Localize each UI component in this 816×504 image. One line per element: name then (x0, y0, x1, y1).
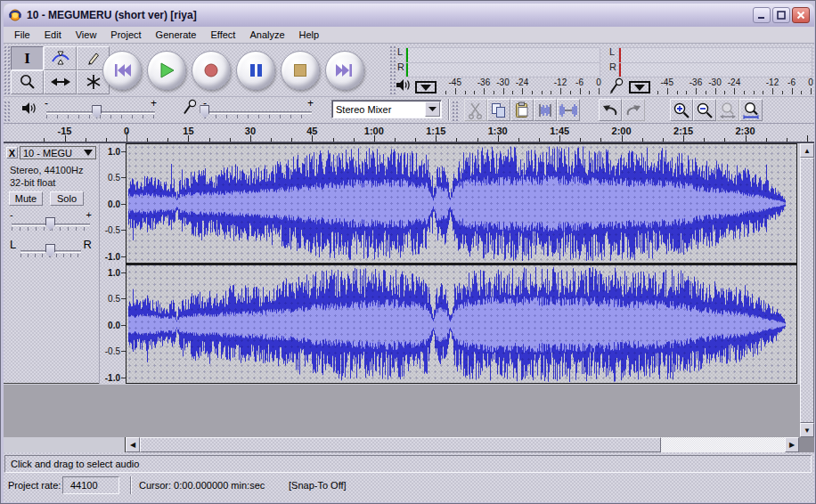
menu-generate[interactable]: Generate (149, 28, 204, 41)
redo-button[interactable] (622, 99, 645, 121)
output-meter-scale-label: -6 (575, 77, 583, 87)
record-button[interactable] (192, 51, 231, 90)
waveform-view[interactable] (126, 143, 797, 384)
trim-outside-selection-button[interactable] (534, 99, 557, 121)
track-menu-arrow-icon (84, 150, 93, 156)
vertical-scrollbar[interactable]: ▲ ▼ (800, 143, 814, 437)
cut-button[interactable] (464, 99, 487, 121)
paste-button[interactable] (510, 99, 534, 121)
control-toolbar-grip[interactable] (4, 46, 10, 94)
input-meter-scale: -45-36-30-24-12-60 (656, 77, 812, 96)
track-gain-slider[interactable]: - + (10, 211, 92, 234)
input-meter-dropdown[interactable] (629, 81, 650, 93)
input-meter-scale-label: -45 (661, 77, 673, 87)
track-format-line2: 32-bit float (10, 177, 55, 188)
track-title: 10 - MEGU (23, 148, 72, 159)
horizontal-scrollbar[interactable]: ◀ ▶ (4, 437, 814, 452)
project-rate-label: Project rate: (8, 480, 61, 491)
scroll-left-button[interactable]: ◀ (126, 437, 140, 452)
zoom-in-icon (673, 102, 690, 119)
scroll-down-button[interactable]: ▼ (800, 423, 814, 437)
input-meter-scale-label: -36 (690, 77, 702, 87)
snap-to-status: [Snap-To Off] (289, 480, 347, 491)
zoom-in-button[interactable] (670, 99, 693, 121)
stop-button[interactable] (281, 51, 320, 90)
status-separator (130, 476, 132, 494)
pause-button[interactable] (236, 51, 275, 90)
output-meter-scale-label: -30 (496, 77, 509, 87)
input-meter-right-label: R (609, 61, 616, 72)
solo-button[interactable]: Solo (50, 191, 84, 206)
menu-project[interactable]: Project (103, 28, 148, 41)
undo-button[interactable] (599, 99, 622, 121)
status-bar: Click and drag to select audio Project r… (4, 452, 814, 502)
trim-outside-selection-icon (535, 102, 555, 119)
play-button[interactable] (147, 51, 186, 90)
scrollbar-corner (799, 437, 814, 452)
timeline-label: 1:15 (426, 126, 445, 136)
track-format-line1: Stereo, 44100Hz (10, 165, 84, 175)
mute-button[interactable]: Mute (9, 191, 43, 206)
selection-tool-icon: I (24, 50, 30, 68)
menu-effect[interactable]: Effect (203, 28, 242, 41)
silence-selection-button[interactable] (557, 99, 580, 121)
output-meter[interactable]: L R -45-36-30-24-12-60 (390, 45, 604, 96)
timeline-ruler[interactable]: -1501530451:001:151:301:452:002:152:30 (4, 123, 814, 143)
waveform-left-channel[interactable] (126, 144, 796, 263)
title-bar[interactable]: 10 - MEGUMERU (short ver) [riya] (4, 4, 814, 27)
input-meter-scale-label: -12 (766, 77, 779, 87)
envelope-tool-icon (51, 50, 70, 68)
maximize-button[interactable] (772, 7, 790, 23)
pan-left-label: L (10, 238, 16, 251)
project-rate-value[interactable]: 44100 (62, 476, 119, 494)
fit-project-icon (742, 102, 760, 119)
output-meter-scale-label: -36 (477, 77, 490, 87)
input-meter-scale-label: -24 (728, 77, 740, 87)
fit-selection-button[interactable] (716, 99, 739, 121)
undo-icon (601, 102, 619, 118)
fit-selection-icon (719, 102, 737, 119)
menu-analyze[interactable]: Analyze (242, 28, 291, 41)
timeline-label: 30 (245, 126, 256, 136)
amplitude-label: -0.5 (105, 225, 120, 235)
track-close-button[interactable]: X (6, 147, 18, 159)
amplitude-label: -0.5 (105, 346, 120, 356)
record-icon (204, 63, 218, 77)
timeline-label: 2:30 (735, 126, 755, 136)
empty-track-area[interactable] (4, 385, 800, 437)
menu-help[interactable]: Help (292, 28, 327, 41)
input-meter[interactable]: L R -45-36-30-24-12-60 (606, 45, 816, 96)
input-meter-scale-label: 0 (808, 77, 813, 87)
fit-project-button[interactable] (739, 99, 763, 121)
close-button[interactable] (792, 7, 810, 23)
timeline-label: 45 (306, 126, 317, 136)
amplitude-ruler-left-channel[interactable]: 1.00.50.0-0.5-1.0 (99, 144, 126, 263)
amplitude-label: -1.0 (105, 251, 120, 261)
selection-tool[interactable]: I (11, 46, 44, 70)
vertical-scroll-thumb[interactable] (800, 158, 814, 423)
amplitude-ruler-right-channel[interactable]: 1.00.50.0-0.5-1.0 (99, 265, 126, 384)
horizontal-scroll-thumb[interactable] (140, 437, 661, 452)
amplitude-label: 0.0 (108, 320, 120, 329)
copy-button[interactable] (487, 99, 510, 121)
output-meter-dropdown[interactable] (415, 81, 437, 93)
menu-edit[interactable]: Edit (37, 28, 69, 41)
skip-to-end-button[interactable] (325, 51, 364, 90)
skip-to-start-button[interactable] (102, 51, 142, 90)
scroll-right-button[interactable]: ▶ (785, 437, 799, 452)
waveform-right-channel[interactable] (126, 265, 796, 384)
minimize-button[interactable] (753, 7, 771, 23)
copy-icon (490, 102, 508, 119)
input-meter-bars (618, 47, 812, 77)
scroll-up-button[interactable]: ▲ (800, 143, 814, 158)
play-icon (159, 62, 175, 78)
zoom-out-button[interactable] (693, 99, 716, 121)
envelope-tool[interactable] (44, 46, 77, 70)
menu-view[interactable]: View (69, 28, 104, 41)
menu-file[interactable]: File (7, 28, 37, 41)
track-pan-slider[interactable]: L R (10, 238, 92, 261)
track-title-dropdown[interactable]: 10 - MEGU (20, 146, 96, 159)
timeshift-tool[interactable] (44, 70, 77, 94)
menu-bar: FileEditViewProjectGenerateEffectAnalyze… (4, 27, 814, 44)
zoom-tool[interactable] (11, 70, 44, 94)
